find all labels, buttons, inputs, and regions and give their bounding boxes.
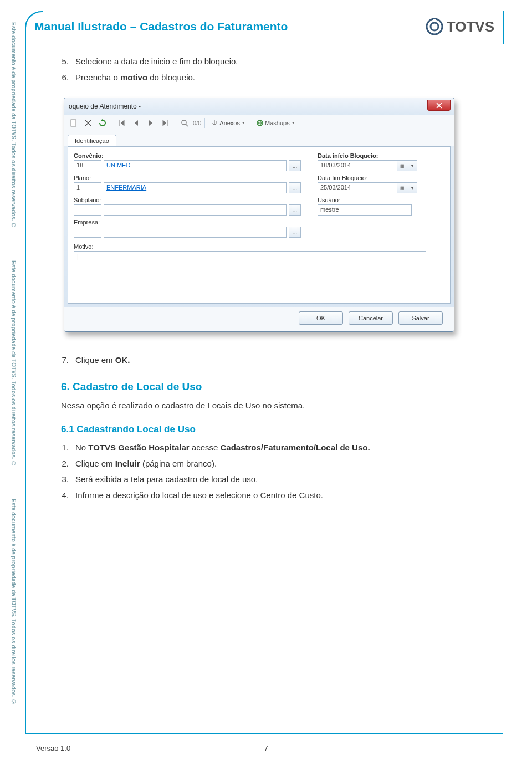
brand-name: TOTVS xyxy=(447,18,494,35)
svg-point-4 xyxy=(182,120,186,125)
footer-page-number: 7 xyxy=(264,744,268,752)
step-item: 4. Informe a descrição do local de uso e… xyxy=(61,489,482,502)
dialog-window: oqueio de Atendimento - 0/0 xyxy=(64,98,454,332)
empresa-code-input[interactable] xyxy=(74,227,101,238)
svg-point-1 xyxy=(431,23,438,30)
delete-button[interactable] xyxy=(82,118,94,128)
cancelar-button[interactable]: Cancelar xyxy=(349,311,393,325)
tab-identificacao[interactable]: Identificação xyxy=(68,135,116,146)
calendar-icon[interactable]: ▦ xyxy=(397,183,407,193)
new-record-button[interactable] xyxy=(68,118,80,128)
form-panel: Convênio: 18 UNIMED ... Plano: 1 EN xyxy=(68,146,451,304)
dialog-button-row: OK Cancelar Salvar xyxy=(64,307,454,331)
step-item: 6. Preencha o motivo do bloqueio. xyxy=(61,71,482,84)
page-header: Manual Ilustrado – Cadastros do Faturame… xyxy=(34,16,500,38)
ok-button[interactable]: OK xyxy=(299,311,343,325)
convenio-code-input[interactable]: 18 xyxy=(74,160,101,171)
nav-next-button[interactable] xyxy=(145,118,157,128)
chevron-down-icon: ▾ xyxy=(292,120,294,125)
nav-first-button[interactable] xyxy=(116,118,128,128)
plano-code-input[interactable]: 1 xyxy=(74,182,101,193)
empresa-name-input[interactable] xyxy=(104,227,287,238)
step-item: 1. No TOTVS Gestão Hospitalar acesse Cad… xyxy=(61,442,482,454)
document-title: Manual Ilustrado – Cadastros do Faturame… xyxy=(34,20,288,33)
plano-lookup-button[interactable]: ... xyxy=(289,182,301,193)
svg-rect-2 xyxy=(433,19,436,22)
step-item: 5. Selecione a data de inicio e fim do b… xyxy=(61,55,482,68)
label-usuario: Usuário: xyxy=(318,197,417,203)
label-empresa: Empresa: xyxy=(74,219,318,226)
window-title-text: oqueio de Atendimento - xyxy=(69,103,141,110)
nav-last-button[interactable] xyxy=(159,118,171,128)
plano-name-input[interactable]: ENFERMARIA xyxy=(104,182,287,193)
subplano-lookup-button[interactable]: ... xyxy=(289,204,301,216)
label-plano: Plano: xyxy=(74,175,318,181)
subplano-name-input[interactable] xyxy=(104,204,287,216)
watermark-text: Este documento é de propriedade da TOTVS… xyxy=(9,22,17,228)
section-6-text: Nessa opção é realizado o cadastro de Lo… xyxy=(61,400,482,412)
brand-logo: TOTVS xyxy=(426,18,494,35)
data-fim-input[interactable]: 25/03/2014 ▦ ▾ xyxy=(318,182,417,193)
chevron-down-icon[interactable]: ▾ xyxy=(407,183,417,193)
watermark-text: Este documento é de propriedade da TOTVS… xyxy=(9,499,17,705)
mashups-dropdown[interactable]: Mashups ▾ xyxy=(254,118,296,128)
tab-bar: Identificação xyxy=(64,131,454,146)
chevron-down-icon[interactable]: ▾ xyxy=(407,161,417,171)
section-6-heading: 6. Cadastro de Local de Uso xyxy=(61,381,482,393)
refresh-button[interactable] xyxy=(96,118,109,128)
anexos-dropdown[interactable]: Anexos ▾ xyxy=(208,118,247,128)
label-motivo: Motivo: xyxy=(74,243,444,250)
section-6-1-heading: 6.1 Cadastrando Local de Uso xyxy=(61,424,482,435)
label-data-fim: Data fim Bloqueio: xyxy=(318,175,417,181)
convenio-name-input[interactable]: UNIMED xyxy=(104,160,287,171)
calendar-icon[interactable]: ▦ xyxy=(397,161,407,171)
empresa-lookup-button[interactable]: ... xyxy=(289,227,301,238)
subplano-code-input[interactable] xyxy=(74,204,101,216)
salvar-button[interactable]: Salvar xyxy=(398,311,443,325)
label-subplano: Subplano: xyxy=(74,197,318,203)
toolbar: 0/0 Anexos ▾ Mashups ▾ xyxy=(64,115,454,131)
nav-prev-button[interactable] xyxy=(130,118,142,128)
step-item: 7. Clique em OK. xyxy=(61,354,482,367)
footer-version: Versão 1.0 xyxy=(36,744,70,752)
label-convenio: Convênio: xyxy=(74,152,318,159)
search-button[interactable] xyxy=(178,118,191,128)
svg-rect-3 xyxy=(71,120,76,126)
watermark-text: Este documento é de propriedade da TOTVS… xyxy=(9,260,17,467)
step-item: 3. Será exibida a tela para cadastro de … xyxy=(61,473,482,486)
window-titlebar: oqueio de Atendimento - xyxy=(64,98,454,115)
data-inicio-input[interactable]: 18/03/2014 ▦ ▾ xyxy=(318,160,417,171)
close-button[interactable] xyxy=(427,100,451,111)
chevron-down-icon: ▾ xyxy=(242,120,244,125)
motivo-textarea[interactable]: | xyxy=(74,251,426,294)
record-count: 0/0 xyxy=(193,120,201,126)
embedded-screenshot: oqueio de Atendimento - 0/0 xyxy=(64,98,454,332)
step-item: 2. Clique em Incluir (página em branco). xyxy=(61,458,482,470)
label-data-inicio: Data início Bloqueio: xyxy=(318,152,417,159)
usuario-input[interactable]: mestre xyxy=(318,204,412,216)
convenio-lookup-button[interactable]: ... xyxy=(289,160,301,171)
svg-line-5 xyxy=(186,124,188,126)
totvs-logo-icon xyxy=(426,18,443,35)
